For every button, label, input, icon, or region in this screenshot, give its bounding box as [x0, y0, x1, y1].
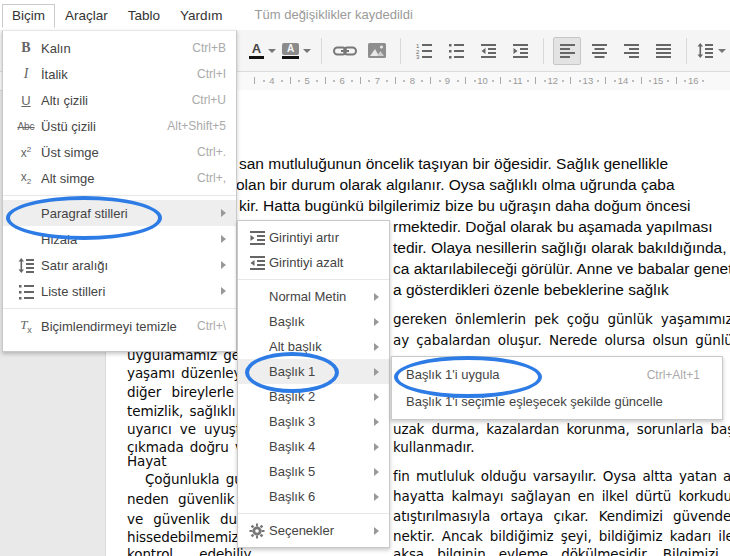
- menu-item-başlık[interactable]: Başlık: [238, 309, 389, 334]
- highlight-color-button[interactable]: A: [281, 37, 312, 65]
- menu-item-girintiyi-azalt[interactable]: Girintiyi azalt: [238, 250, 389, 275]
- subscript-icon: x2: [3, 170, 41, 186]
- menu-item-label: Girintiyi artır: [269, 230, 389, 245]
- menu-separator: [3, 195, 236, 196]
- menu-item-başlık-1-i-uygula[interactable]: Başlık 1'i uygulaCtrl+Alt+1: [392, 361, 722, 388]
- menu-tab-yardım[interactable]: Yardım: [170, 4, 233, 28]
- menu-tab-tablo[interactable]: Tablo: [118, 4, 170, 28]
- menu-item-label: Başlık 1'i seçimle eşleşecek şekilde gün…: [406, 394, 710, 409]
- ruler-tick: [676, 77, 677, 84]
- ruler-number: 13: [583, 75, 594, 86]
- ruler-tick: [439, 80, 441, 82]
- submenu-arrow-icon: [374, 418, 379, 426]
- menu-item-başlık-5[interactable]: Başlık 5: [238, 459, 389, 484]
- menu-item-label: Alt başlık: [269, 339, 374, 354]
- align-center-button[interactable]: [585, 37, 613, 65]
- gear-icon: [238, 523, 269, 539]
- ruler-number: 12: [548, 75, 559, 86]
- menu-item-normal-metin[interactable]: Normal Metin: [238, 284, 389, 309]
- menu-item-label: Üst simge: [41, 145, 197, 160]
- ruler-number: 6: [340, 75, 345, 86]
- indent-decrease-button[interactable]: [474, 37, 502, 65]
- menu-item-üst-simge[interactable]: x2Üst simgeCtrl+.: [3, 139, 236, 165]
- bold-icon: B: [3, 40, 41, 56]
- justify-button[interactable]: [649, 37, 677, 65]
- menu-item-altı-çizili[interactable]: UAltı çiziliCtrl+U: [3, 87, 236, 113]
- align-right-button[interactable]: [617, 37, 645, 65]
- menu-item-liste-stilleri[interactable]: Liste stilleri: [3, 278, 236, 304]
- ruler-tick: [509, 80, 511, 82]
- menu-tab-biçim[interactable]: Biçim: [2, 4, 55, 28]
- menu-item-kalın[interactable]: BKalınCtrl+B: [3, 35, 236, 61]
- ruler-tick: [457, 80, 459, 82]
- submenu-arrow-icon: [374, 527, 379, 535]
- bulleted-list-button[interactable]: [442, 37, 470, 65]
- insert-image-icon: [368, 43, 386, 58]
- menu-item-alt-simge[interactable]: x2Alt simgeCtrl+,: [3, 165, 236, 191]
- submenu-arrow-icon: [374, 293, 379, 301]
- shortcut-label: Ctrl+Alt+1: [647, 368, 710, 382]
- ruler-tick: [702, 80, 704, 82]
- menu-item-label: Girintiyi azalt: [269, 255, 389, 270]
- menu-item-hizala[interactable]: Hizala: [3, 226, 236, 252]
- menu-tab-araçlar[interactable]: Araçlar: [55, 4, 118, 28]
- ruler-number: 16: [688, 75, 699, 86]
- menu-item-başlık-2[interactable]: Başlık 2: [238, 384, 389, 409]
- menu-item-label: Seçenekler: [269, 523, 374, 538]
- menu-item-başlık-4[interactable]: Başlık 4: [238, 434, 389, 459]
- google-docs-window: BiçimAraçlarTabloYardımTüm değişiklikler…: [0, 0, 730, 556]
- numbered-list-button[interactable]: 123: [410, 37, 438, 65]
- ruler-tick: [421, 80, 423, 82]
- insert-link-button[interactable]: [331, 37, 359, 65]
- ruler-tick: [684, 80, 686, 82]
- strikethrough-icon: Abc: [3, 121, 41, 132]
- indent-increase-button[interactable]: [506, 37, 534, 65]
- text-color-icon: A: [249, 43, 264, 59]
- ruler-number: 15: [653, 75, 664, 86]
- menu-item-satır-aralığı[interactable]: Satır aralığı: [3, 252, 236, 278]
- ruler-tick: [544, 80, 546, 82]
- menu-item-başlık-6[interactable]: Başlık 6: [238, 484, 389, 509]
- ruler-tick: [474, 80, 476, 82]
- menu-item-başlık-1[interactable]: Başlık 1: [238, 359, 389, 384]
- submenu-arrow-icon: [374, 468, 379, 476]
- menu-item-seçenekler[interactable]: Seçenekler: [238, 518, 389, 543]
- ruler-tick: [325, 77, 326, 84]
- ruler-tick: [632, 80, 634, 82]
- menu-item-üstü-çizili[interactable]: AbcÜstü çiziliAlt+Shift+5: [3, 113, 236, 139]
- align-left-button[interactable]: [553, 37, 581, 65]
- menu-separator: [3, 308, 236, 309]
- toolbar-separator: [321, 38, 322, 64]
- text-color-button[interactable]: A: [248, 37, 277, 65]
- ruler-tick: [527, 80, 529, 82]
- chevron-down-icon[interactable]: [718, 49, 726, 53]
- shortcut-label: Ctrl+B: [192, 41, 236, 55]
- chevron-down-icon[interactable]: [303, 49, 311, 53]
- menu-item-paragraf-stilleri[interactable]: Paragraf stilleri: [3, 200, 236, 226]
- menu-item-başlık-1-i-seçimle-eşleşecek-şekilde-güncelle[interactable]: Başlık 1'i seçimle eşleşecek şekilde gün…: [392, 388, 722, 415]
- menu-item-label: Başlık 5: [269, 464, 374, 479]
- menu-separator: [238, 279, 389, 280]
- ruler-tick: [579, 80, 581, 82]
- chevron-down-icon[interactable]: [268, 49, 276, 53]
- line-spacing-icon: [697, 42, 714, 59]
- menu-item-label: İtalik: [41, 67, 197, 82]
- menu-item-label: Normal Metin: [269, 289, 374, 304]
- menu-item-alt-başlık[interactable]: Alt başlık: [238, 334, 389, 359]
- menu-item-label: Başlık 2: [269, 389, 374, 404]
- menu-item-girintiyi-artır[interactable]: Girintiyi artır: [238, 225, 389, 250]
- ruler-tick: [430, 77, 431, 84]
- menu-item-başlık-3[interactable]: Başlık 3: [238, 409, 389, 434]
- menu-item-biçimlendirmeyi-temizle[interactable]: TxBiçimlendirmeyi temizleCtrl+\: [3, 313, 236, 339]
- list-styles-icon: [3, 283, 41, 300]
- submenu-arrow-icon: [374, 393, 379, 401]
- line-spacing-button[interactable]: [696, 37, 727, 65]
- ruler-tick: [465, 77, 466, 84]
- ruler-number: 5: [304, 75, 309, 86]
- shortcut-label: Ctrl+I: [197, 67, 236, 81]
- shortcut-label: Ctrl+\: [197, 319, 236, 333]
- submenu-arrow-icon: [374, 443, 379, 451]
- ruler-number: 7: [375, 75, 380, 86]
- menu-item-i-talik[interactable]: IİtalikCtrl+I: [3, 61, 236, 87]
- insert-image-button[interactable]: [363, 37, 391, 65]
